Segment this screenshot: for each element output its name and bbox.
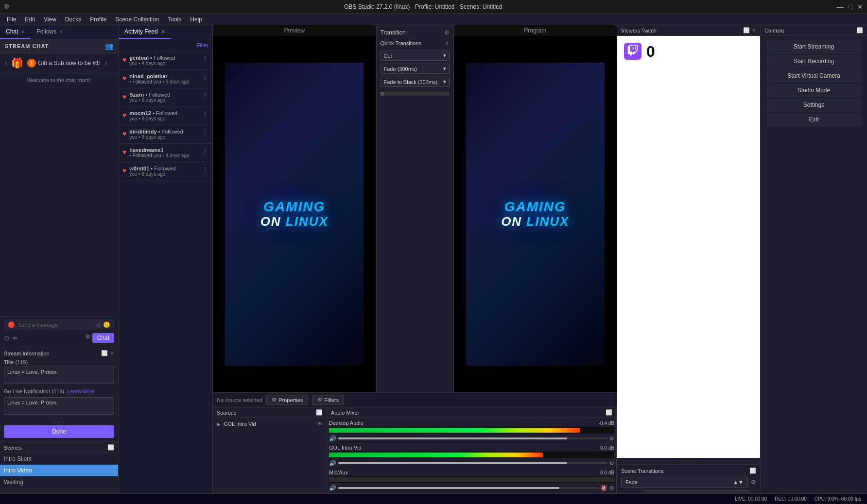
menu-help[interactable]: Help — [186, 15, 206, 24]
menu-edit[interactable]: Edit — [21, 15, 39, 24]
follow-more-6[interactable]: ⋮ — [202, 166, 208, 173]
title-input[interactable] — [4, 367, 114, 384]
viewers-detach[interactable]: ⬜ — [743, 27, 750, 34]
add-user-icon[interactable]: 👥 — [105, 42, 113, 50]
filters-button[interactable]: ⚙ Filters — [312, 395, 344, 405]
bottom-panels: Sources ⬜ ▶ GOL Intro Vid 👁 + − ⚙ ∧ ∨ — [213, 407, 617, 504]
scene-item-intro-silent[interactable]: Intro Silent — [0, 453, 118, 465]
source-eye-icon[interactable]: 👁 — [317, 420, 323, 427]
menu-profile[interactable]: Profile — [86, 15, 110, 24]
go-live-input[interactable] — [4, 397, 114, 415]
follow-name-5: havedreams1 — [129, 147, 199, 153]
stream-info-detach[interactable]: ⬜ — [101, 350, 108, 356]
follow-more-3[interactable]: ⋮ — [202, 110, 208, 118]
follow-item-2: ♥ Szarn • Followed you • 8 days ago ⋮ — [119, 88, 212, 107]
controls-detach[interactable]: ⬜ — [856, 27, 863, 34]
tab-follows[interactable]: Follows ✕ — [31, 25, 69, 39]
settings-button[interactable]: Settings — [766, 99, 861, 112]
exit-button[interactable]: Exit — [766, 113, 861, 126]
audio-detach[interactable]: ⬜ — [606, 409, 612, 416]
heart-icon-3: ♥ — [122, 111, 126, 119]
transition-gear-icon[interactable]: ⚙ — [444, 29, 450, 36]
minimize-button[interactable]: — — [837, 3, 844, 11]
follow-item-6: ♥ w0rst01 • Followed you • 8 days ago ⋮ — [119, 162, 212, 181]
start-recording-button[interactable]: Start Recording — [766, 55, 861, 68]
gaming-text-program: GAMING ON LINUX — [501, 200, 569, 228]
scene-trans-detach[interactable]: ⬜ — [749, 468, 756, 474]
gol-audio-db: 0.0 dB — [600, 445, 614, 451]
desktop-audio-footer: 🔊 ⚙ — [329, 435, 614, 442]
viewers-close[interactable]: ✕ — [752, 27, 756, 34]
tab-activity-feed[interactable]: Activity Feed ✕ — [119, 25, 171, 39]
gaming-line2: ON LINUX — [260, 215, 329, 229]
chat-tabs: Chat ✕ Follows ✕ — [0, 25, 118, 39]
twitch-circle-icon: 🔴 — [8, 321, 15, 328]
audio-track-desktop: Desktop Audio -0.4 dB 🔊 ⚙ — [329, 420, 614, 442]
heart-icon-0: ♥ — [122, 56, 126, 64]
close-button[interactable]: ✕ — [857, 3, 863, 11]
sources-detach[interactable]: ⬜ — [316, 409, 323, 416]
menu-scene-collection[interactable]: Scene Collection — [111, 15, 163, 24]
live-status: LIVE: 00:00:00 — [735, 496, 767, 502]
scene-item-intro-video[interactable]: Intro Video — [0, 465, 118, 476]
follow-more-1[interactable]: ⋮ — [202, 73, 208, 81]
quick-transitions-add[interactable]: + — [445, 39, 449, 48]
stream-info-panel: Stream Information ⬜ ✕ Title (119) Go Li… — [0, 346, 118, 442]
mic-mute-icon[interactable]: 🔇 — [600, 485, 607, 491]
start-streaming-button[interactable]: Start Streaming — [766, 40, 861, 53]
follow-item-0: ♥ gentool • Followed you • 4 days ago ⋮ — [119, 51, 212, 70]
source-item-gol[interactable]: ▶ GOL Intro Vid 👁 — [213, 418, 327, 430]
heart-icon-2: ♥ — [122, 93, 126, 101]
follow-more-5[interactable]: ⋮ — [202, 147, 208, 155]
desktop-meter-bar — [329, 428, 580, 433]
desktop-gear-icon[interactable]: ⚙ — [609, 436, 614, 442]
follow-more-4[interactable]: ⋮ — [202, 129, 208, 136]
follow-more-0[interactable]: ⋮ — [202, 55, 208, 63]
gift-icon: 🎁 — [11, 57, 23, 69]
menu-docks[interactable]: Docks — [61, 15, 85, 24]
follow-content-2: Szarn • Followed you • 8 days ago — [129, 92, 199, 103]
heart-icon-6: ♥ — [122, 167, 126, 174]
follow-sub-2: you • 8 days ago — [129, 98, 199, 103]
chat-send-button[interactable]: Chat — [92, 333, 114, 343]
chat-placeholder[interactable]: Send a message — [18, 322, 94, 328]
gift-prev-arrow[interactable]: ‹ — [5, 59, 7, 67]
mic-gear-icon[interactable]: ⚙ — [609, 485, 614, 491]
fade-black-select[interactable]: Fade to Black (300ms) ▾ — [381, 77, 450, 87]
menu-tools[interactable]: Tools — [164, 15, 185, 24]
right-area: Viewers Twitch ⬜ ✕ 0 • • • — [617, 25, 867, 504]
filter-button[interactable]: Filter — [197, 42, 208, 48]
stream-info-close[interactable]: ✕ — [110, 350, 114, 356]
gol-gear-icon[interactable]: ⚙ — [609, 460, 614, 467]
learn-more-link[interactable]: Learn More — [67, 388, 94, 394]
desktop-audio-meter — [329, 427, 614, 434]
fade-gear-icon[interactable]: ⚙ — [751, 479, 756, 486]
gol-vol-icon[interactable]: 🔊 — [329, 460, 336, 467]
maximize-button[interactable]: □ — [849, 3, 852, 11]
activity-feed-close[interactable]: ✕ — [161, 29, 165, 35]
fade-select[interactable]: Fade ▲▼ — [621, 477, 748, 487]
menu-file[interactable]: File — [3, 15, 20, 24]
follow-more-2[interactable]: ⋮ — [202, 92, 208, 100]
emote-icon[interactable]: 🙂 — [103, 321, 110, 328]
done-button[interactable]: Done — [4, 425, 114, 438]
chat-settings-icon[interactable]: ⚙ — [85, 333, 90, 343]
start-virtual-camera-button[interactable]: Start Virtual Camera — [766, 69, 861, 83]
tab-follows-close[interactable]: ✕ — [59, 29, 63, 34]
mic-vol-icon[interactable]: 🔊 — [329, 485, 336, 491]
main-area: Chat ✕ Follows ✕ STREAM CHAT 👥 ‹ 🎁 1 Gif… — [0, 25, 867, 504]
menu-view[interactable]: View — [40, 15, 60, 24]
reward-icon[interactable]: ◇ — [97, 321, 101, 328]
properties-button[interactable]: ⚙ Properties — [266, 395, 308, 405]
gol-audio-footer: 🔊 ⚙ — [329, 460, 614, 467]
scene-item-waiting[interactable]: Waiting — [0, 476, 118, 488]
tab-chat[interactable]: Chat ✕ — [0, 25, 31, 39]
cut-select[interactable]: Cut ▾ — [381, 50, 450, 61]
gift-next-arrow[interactable]: › — [104, 59, 107, 67]
fade-select[interactable]: Fade (300ms) ▾ — [381, 64, 450, 74]
tab-chat-close[interactable]: ✕ — [21, 29, 25, 34]
desktop-vol-icon[interactable]: 🔊 — [329, 435, 336, 442]
gift-text: Gift a Sub now to be #1! — [38, 60, 101, 67]
studio-mode-button[interactable]: Studio Mode — [766, 84, 861, 97]
scenes-detach[interactable]: ⬜ — [107, 444, 114, 451]
